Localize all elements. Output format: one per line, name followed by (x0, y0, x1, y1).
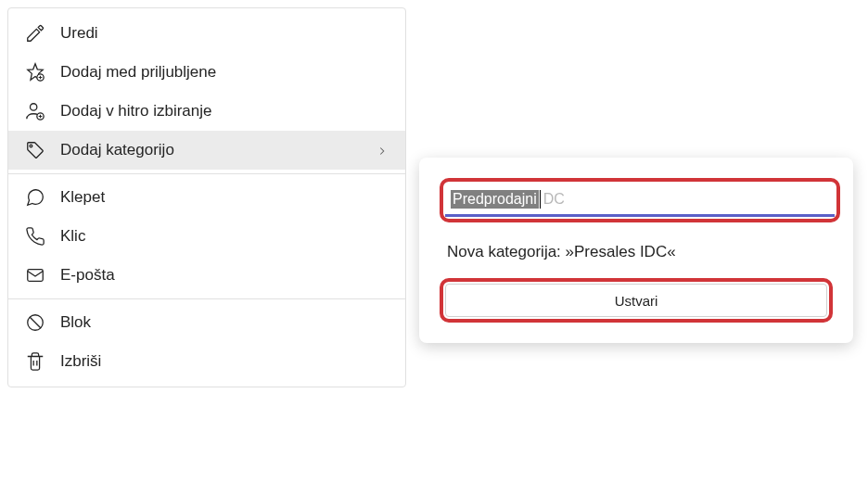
menu-label-add-category: Dodaj kategorijo (60, 141, 174, 159)
menu-label-chat: Klepet (60, 188, 105, 207)
context-menu: Uredi Dodaj med priljubljene Dodaj v hit… (7, 7, 406, 387)
menu-item-add-favorite[interactable]: Dodaj med priljubljene (8, 53, 405, 92)
phone-icon (25, 226, 45, 247)
block-icon (25, 312, 45, 333)
pencil-icon (25, 23, 45, 44)
menu-label-block: Blok (60, 313, 91, 332)
svg-point-1 (31, 104, 37, 110)
menu-item-delete[interactable]: Izbriši (8, 342, 405, 381)
svg-rect-4 (28, 270, 44, 282)
new-category-hint: Nova kategorija: »Presales IDC« (447, 243, 833, 261)
input-suggestion-text: DC (543, 191, 565, 208)
menu-label-delete: Izbriši (60, 352, 101, 371)
menu-item-block[interactable]: Blok (8, 303, 405, 342)
callout-create: Ustvari (440, 278, 833, 323)
category-name-input[interactable]: Predprodajni DC (445, 184, 835, 217)
menu-item-add-speed-dial[interactable]: Dodaj v hitro izbiranje (8, 92, 405, 131)
menu-item-call[interactable]: Klic (8, 217, 405, 256)
chevron-right-icon (376, 144, 389, 157)
text-cursor (540, 190, 541, 209)
person-add-icon (25, 101, 45, 121)
mail-icon (25, 265, 45, 285)
divider (8, 173, 405, 174)
menu-item-email[interactable]: E-pošta (8, 256, 405, 295)
divider (8, 298, 405, 299)
menu-label-email: E-pošta (60, 266, 115, 285)
tag-icon (25, 140, 45, 160)
trash-icon (25, 351, 45, 372)
chat-icon (25, 187, 45, 208)
create-button-label: Ustvari (615, 293, 658, 309)
menu-item-add-category[interactable]: Dodaj kategorijo (8, 131, 405, 170)
category-popup: Predprodajni DC Nova kategorija: »Presal… (419, 158, 853, 343)
svg-point-3 (30, 145, 32, 147)
star-add-icon (25, 62, 45, 82)
menu-label-call: Klic (60, 227, 85, 246)
menu-label-add-favorite: Dodaj med priljubljene (60, 63, 216, 82)
create-button[interactable]: Ustvari (445, 284, 827, 317)
menu-label-add-speed-dial: Dodaj v hitro izbiranje (60, 102, 211, 120)
menu-item-chat[interactable]: Klepet (8, 178, 405, 217)
menu-item-edit[interactable]: Uredi (8, 14, 405, 53)
input-selected-text: Predprodajni (451, 190, 539, 209)
menu-label-edit: Uredi (60, 24, 98, 43)
callout-input: Predprodajni DC (440, 178, 840, 222)
